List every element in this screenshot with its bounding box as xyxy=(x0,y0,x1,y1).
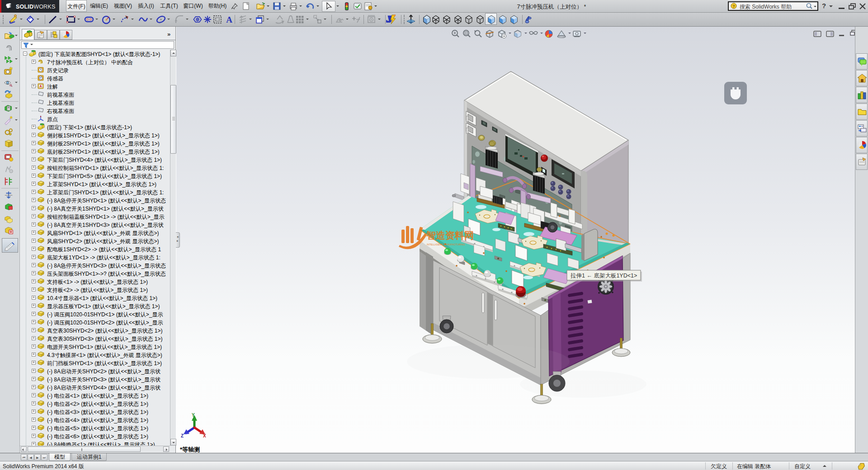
svg-text:Z: Z xyxy=(181,433,184,438)
svg-text:Y: Y xyxy=(192,413,195,418)
svg-text:SOLIDWORKS: SOLIDWORKS xyxy=(16,4,55,10)
svg-text:A: A xyxy=(226,15,232,24)
svg-text:A: A xyxy=(39,85,42,88)
svg-text:X: X xyxy=(203,433,206,438)
svg-text:INTELLIGENT MANUFACTURING: INTELLIGENT MANUFACTURING xyxy=(427,243,465,246)
svg-text:?: ? xyxy=(732,4,735,9)
svg-text:*等轴测: *等轴测 xyxy=(180,446,200,453)
svg-text:拉伸1 ← 底架大板1YD<1>: 拉伸1 ← 底架大板1YD<1> xyxy=(570,273,637,279)
svg-text:智造资料网: 智造资料网 xyxy=(426,230,474,240)
